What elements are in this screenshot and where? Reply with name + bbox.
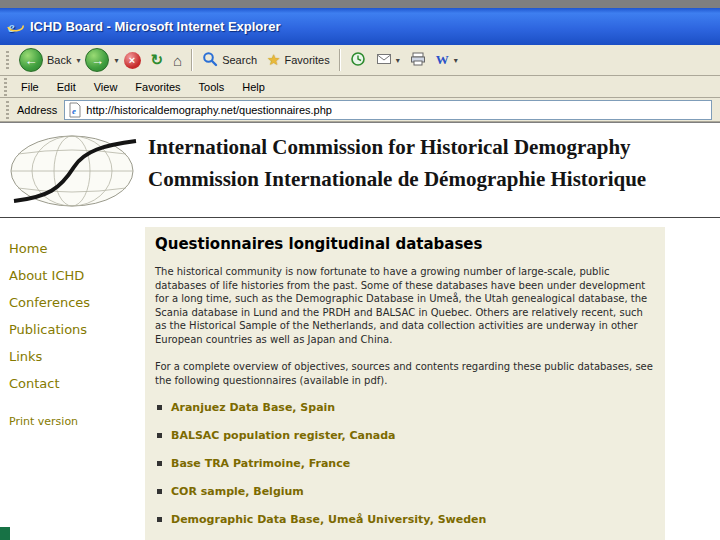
sidebar-item-publications[interactable]: Publications (9, 322, 87, 337)
database-link: Aranjuez Data Base, Spain (171, 401, 335, 414)
page-icon: e (68, 102, 82, 118)
mail-button[interactable]: ▾ (371, 48, 405, 72)
home-button[interactable]: ⌂ (168, 49, 187, 72)
database-link: BALSAC population register, Canada (171, 429, 395, 442)
stop-icon: × (124, 52, 141, 69)
menubar-grip[interactable] (4, 78, 7, 96)
bullet-icon (157, 461, 162, 466)
bullet-icon (157, 405, 162, 410)
page-title: Questionnaires longitudinal databases (155, 235, 653, 253)
main-content-panel: Questionnaires longitudinal databases Th… (145, 227, 665, 540)
print-version-link[interactable]: Print version (9, 415, 78, 428)
menu-view[interactable]: View (85, 78, 127, 96)
mail-icon (376, 51, 392, 69)
window-title: ICHD Board - Microsoft Internet Explorer (30, 19, 281, 34)
svg-text:e: e (72, 106, 76, 116)
toolbar-grip[interactable] (6, 51, 9, 69)
menu-help[interactable]: Help (233, 78, 274, 96)
back-label: Back (47, 54, 71, 66)
address-label: Address (17, 104, 57, 116)
menu-file[interactable]: File (12, 78, 48, 96)
toolbar-overflow-chevron-icon[interactable]: ▾ (454, 56, 458, 65)
favorites-star-icon: ★ (267, 51, 280, 69)
intro-paragraph: The historical community is now fortunat… (155, 265, 653, 346)
favorites-label: Favorites (284, 54, 329, 66)
internet-explorer-icon: e (6, 18, 24, 36)
list-item[interactable]: COR sample, Belgium (157, 485, 653, 498)
standard-toolbar: ← Back ▾ → ▾ × ↻ ⌂ Search ★ (0, 45, 720, 76)
site-title-french: Commission Internationale de Démographie… (148, 167, 646, 192)
menu-edit[interactable]: Edit (48, 78, 85, 96)
address-bar: Address e (0, 98, 720, 122)
svg-text:e: e (8, 19, 15, 35)
sidebar-item-conferences[interactable]: Conferences (9, 295, 90, 310)
desktop-artifact (0, 527, 10, 540)
sidebar-item-links[interactable]: Links (9, 349, 42, 364)
menu-bar: File Edit View Favorites Tools Help (0, 76, 720, 98)
history-icon (350, 51, 366, 69)
forward-icon: → (85, 48, 109, 72)
print-button[interactable] (405, 48, 431, 72)
browser-viewport: International Commission for Historical … (0, 123, 720, 540)
addressbar-grip[interactable] (6, 101, 9, 119)
refresh-button[interactable]: ↻ (146, 48, 169, 72)
toolbar-separator (339, 49, 341, 71)
search-button[interactable]: Search (197, 48, 262, 72)
sidebar-item-home[interactable]: Home (9, 241, 47, 256)
back-button[interactable]: ← Back (14, 45, 76, 75)
header-divider (0, 217, 720, 218)
history-button[interactable] (345, 48, 371, 72)
forward-history-chevron-icon[interactable]: ▾ (114, 56, 118, 65)
home-icon: ⌂ (173, 52, 182, 69)
list-item[interactable]: Base TRA Patrimoine, France (157, 457, 653, 470)
bullet-icon (157, 433, 162, 438)
address-field[interactable]: e (64, 100, 712, 120)
edit-button[interactable]: W (431, 49, 454, 71)
bullet-icon (157, 517, 162, 522)
search-icon (202, 51, 218, 69)
database-list: Aranjuez Data Base, Spain BALSAC populat… (155, 401, 653, 526)
database-link: Base TRA Patrimoine, France (171, 457, 350, 470)
window-titlebar: e ICHD Board - Microsoft Internet Explor… (0, 8, 720, 45)
sidebar-item-about-ichd[interactable]: About ICHD (9, 268, 84, 283)
list-item[interactable]: Demographic Data Base, Umeå University, … (157, 513, 653, 526)
bullet-icon (157, 489, 162, 494)
print-icon (410, 51, 426, 69)
refresh-icon: ↻ (151, 51, 164, 69)
list-item[interactable]: Aranjuez Data Base, Spain (157, 401, 653, 414)
address-input[interactable] (86, 104, 711, 116)
sidebar-item-contact[interactable]: Contact (9, 376, 60, 391)
mail-chevron-icon: ▾ (396, 56, 400, 65)
overview-paragraph: For a complete overview of objectives, s… (155, 360, 653, 387)
site-title-english: International Commission for Historical … (148, 135, 631, 160)
ichd-globe-logo (8, 133, 140, 209)
database-link: Demographic Data Base, Umeå University, … (171, 513, 486, 526)
back-icon: ← (19, 48, 43, 72)
forward-button[interactable]: → (80, 45, 114, 75)
browser-window: e ICHD Board - Microsoft Internet Explor… (0, 0, 720, 540)
stop-button[interactable]: × (119, 49, 146, 72)
toolbar-separator (191, 49, 193, 71)
favorites-button[interactable]: ★ Favorites (262, 48, 335, 72)
search-label: Search (222, 54, 257, 66)
database-link: COR sample, Belgium (171, 485, 304, 498)
list-item[interactable]: BALSAC population register, Canada (157, 429, 653, 442)
menu-tools[interactable]: Tools (190, 78, 234, 96)
menu-favorites[interactable]: Favorites (126, 78, 189, 96)
edit-word-icon: W (436, 52, 449, 68)
